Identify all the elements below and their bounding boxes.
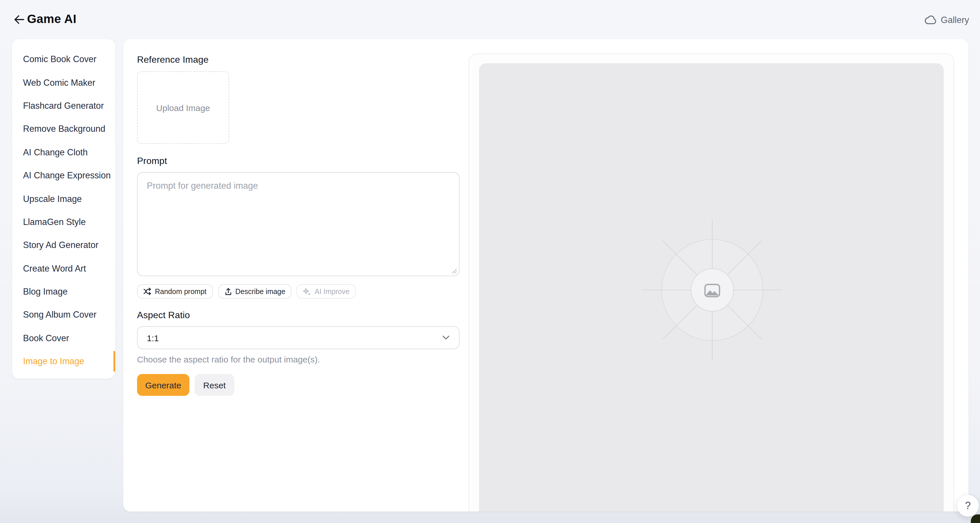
page-title: Game AI xyxy=(27,12,76,26)
upload-image-dropzone[interactable]: Upload Image xyxy=(137,71,229,144)
sidebar-item-create-word-art[interactable]: Create Word Art xyxy=(12,257,115,280)
sidebar-item-llamagen-style[interactable]: LlamaGen Style xyxy=(12,210,115,234)
sidebar-item-song-album-cover[interactable]: Song Album Cover xyxy=(12,304,115,327)
prompt-field-wrap xyxy=(137,172,460,276)
upload-icon xyxy=(224,287,232,295)
generation-form: Reference Image Upload Image Prompt xyxy=(137,39,461,396)
gallery-label: Gallery xyxy=(941,15,969,25)
preview-canvas xyxy=(479,63,944,512)
ai-improve-label: AI Improve xyxy=(315,287,350,295)
sidebar-item-web-comic-maker[interactable]: Web Comic Maker xyxy=(12,71,115,94)
sparkles-icon xyxy=(303,287,311,295)
sidebar-item-comic-book-cover[interactable]: Comic Book Cover xyxy=(12,48,115,71)
help-button[interactable]: ? xyxy=(957,495,979,517)
describe-image-button[interactable]: Describe image xyxy=(218,284,292,299)
aspect-ratio-label: Aspect Ratio xyxy=(137,310,461,320)
gallery-button[interactable]: Gallery xyxy=(925,14,969,27)
describe-image-label: Describe image xyxy=(235,287,285,295)
aspect-ratio-select[interactable]: 1:1 xyxy=(137,326,460,349)
sidebar-item-remove-background[interactable]: Remove Background xyxy=(12,117,115,141)
aspect-ratio-help-text: Choose the aspect ratio for the output i… xyxy=(137,354,461,364)
sidebar-item-book-cover[interactable]: Book Cover xyxy=(12,326,115,350)
page: Game AI Gallery Comic Book Cover Web Com… xyxy=(0,0,980,523)
resize-handle[interactable] xyxy=(451,268,457,274)
sidebar-item-blog-image[interactable]: Blog Image xyxy=(12,280,115,304)
prompt-label: Prompt xyxy=(137,156,461,166)
back-button[interactable] xyxy=(13,14,25,25)
arrow-left-icon xyxy=(13,14,25,25)
prompt-input[interactable] xyxy=(137,172,460,276)
sidebar-item-upscale-image[interactable]: Upscale Image xyxy=(12,187,115,211)
prompt-actions: Random prompt Describe image AI Imp xyxy=(137,284,461,299)
preview-panel xyxy=(469,54,954,512)
shuffle-icon xyxy=(143,288,151,295)
sidebar: Comic Book Cover Web Comic Maker Flashca… xyxy=(12,39,115,379)
aspect-ratio-value: 1:1 xyxy=(147,333,159,342)
random-prompt-label: Random prompt xyxy=(155,287,207,295)
form-actions: Generate Reset xyxy=(137,374,461,396)
generate-button[interactable]: Generate xyxy=(137,374,189,396)
sidebar-item-story-ad-generator[interactable]: Story Ad Generator xyxy=(12,234,115,257)
sidebar-item-ai-change-cloth[interactable]: AI Change Cloth xyxy=(12,141,115,164)
chevron-down-icon xyxy=(442,336,450,340)
sidebar-item-ai-change-expression[interactable]: AI Change Expression xyxy=(12,164,115,187)
ai-improve-button[interactable]: AI Improve xyxy=(297,284,356,299)
image-placeholder-icon xyxy=(704,284,720,298)
sidebar-item-image-to-image[interactable]: Image to Image xyxy=(12,350,115,373)
reset-button[interactable]: Reset xyxy=(195,374,234,396)
sidebar-item-flashcard-generator[interactable]: Flashcard Generator xyxy=(12,94,115,118)
upload-image-label: Upload Image xyxy=(156,103,210,113)
main-panel: Reference Image Upload Image Prompt xyxy=(123,39,969,512)
reference-image-label: Reference Image xyxy=(137,55,461,65)
random-prompt-button[interactable]: Random prompt xyxy=(137,284,213,299)
cloud-icon xyxy=(925,16,937,25)
header-bar: Game AI Gallery xyxy=(0,0,980,38)
question-mark-icon: ? xyxy=(965,500,971,512)
